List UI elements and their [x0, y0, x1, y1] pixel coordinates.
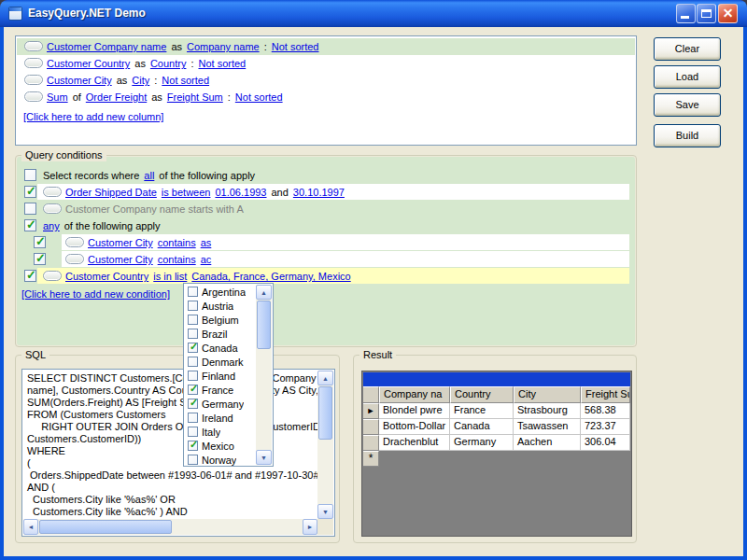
clear-button[interactable]: Clear	[654, 37, 721, 61]
condition-row[interactable]: Order Shipped Date is between 01.06.1993…	[17, 184, 635, 201]
minimize-button[interactable]	[676, 4, 696, 23]
country-checkbox[interactable]	[188, 441, 198, 451]
condition-handle-icon[interactable]	[43, 203, 62, 214]
country-checkbox[interactable]	[188, 413, 198, 423]
column-handle-icon[interactable]	[24, 41, 43, 51]
country-option[interactable]: Brazil	[185, 327, 256, 341]
cell-country[interactable]: France	[450, 403, 514, 419]
country-checkbox[interactable]	[188, 357, 198, 367]
column-sort-link[interactable]: Not sorted	[198, 58, 246, 69]
grid-data-row[interactable]: Drachenblut Germany Aachen 306.04	[363, 435, 630, 451]
column-row[interactable]: Sum of Order Freight as Freight Sum : No…	[17, 89, 635, 105]
add-condition-link[interactable]: [Click here to add new condition]	[21, 288, 170, 300]
maximize-button[interactable]	[697, 4, 716, 23]
condition-operator-link[interactable]: contains	[158, 237, 196, 248]
condition-root-row[interactable]: Select records where all of the followin…	[17, 167, 635, 184]
column-handle-icon[interactable]	[24, 58, 43, 68]
sql-horizontal-scrollbar[interactable]: ◄ ►	[23, 519, 317, 535]
country-checkbox[interactable]	[188, 371, 198, 381]
country-checkbox[interactable]	[188, 399, 198, 409]
country-checkbox[interactable]	[188, 287, 198, 297]
country-checkbox[interactable]	[188, 301, 198, 311]
column-alias-link[interactable]: Country	[150, 58, 187, 69]
add-column-link[interactable]: [Click here to add new column]	[23, 111, 163, 122]
condition-field-link[interactable]: Customer Country	[65, 271, 148, 282]
scroll-down-icon[interactable]: ▼	[317, 504, 333, 519]
cell-city[interactable]: Strasbourg	[514, 403, 581, 419]
condition-field-link[interactable]: Order Shipped Date	[65, 187, 157, 198]
column-row[interactable]: Customer Country as Country : Not sorted	[17, 55, 635, 72]
condition-row-disabled[interactable]: Customer Company name starts with A	[17, 201, 635, 217]
condition-all-any-link[interactable]: all	[144, 170, 154, 181]
cell-company[interactable]: Drachenblut	[379, 435, 450, 451]
condition-value-link[interactable]: Canada, France, Germany, Mexico	[191, 271, 350, 282]
scroll-right-icon[interactable]: ►	[303, 519, 317, 535]
cell-freight[interactable]: 568.38	[581, 403, 630, 419]
condition-enabled-checkbox[interactable]	[24, 219, 36, 231]
condition-enabled-checkbox[interactable]	[34, 253, 46, 265]
country-option[interactable]: Mexico	[185, 439, 256, 453]
country-option[interactable]: France	[185, 383, 256, 397]
condition-group-row[interactable]: any of the following apply	[17, 217, 635, 234]
country-option[interactable]: Belgium	[185, 313, 256, 327]
column-sort-link[interactable]: Not sorted	[162, 75, 209, 86]
sql-vertical-scrollbar[interactable]: ▲ ▼	[317, 371, 333, 519]
cell-freight[interactable]: 306.04	[581, 435, 630, 451]
row-selector[interactable]	[363, 435, 379, 451]
country-option[interactable]: Italy	[185, 425, 256, 439]
scroll-up-icon[interactable]: ▲	[317, 371, 333, 385]
column-sort-link[interactable]: Not sorted	[235, 91, 283, 103]
condition-field-link[interactable]: Customer City	[88, 237, 153, 248]
condition-row[interactable]: Customer City contains as	[17, 234, 635, 251]
condition-enabled-checkbox[interactable]	[34, 236, 46, 248]
column-alias-link[interactable]: Company name	[187, 41, 260, 52]
grid-data-row[interactable]: Bottom-Dollar Canada Tsawassen 723.37	[363, 419, 630, 435]
condition-handle-icon[interactable]	[65, 254, 84, 264]
country-checkbox[interactable]	[188, 455, 198, 465]
condition-value-link[interactable]: ac	[201, 254, 212, 265]
scrollbar-thumb[interactable]	[39, 520, 172, 534]
condition-row-active[interactable]: Customer Country is in list Canada, Fran…	[17, 268, 635, 285]
country-option[interactable]: Argentina	[185, 285, 256, 299]
cell-country[interactable]: Germany	[450, 435, 514, 451]
column-header[interactable]: Company na	[379, 386, 450, 403]
country-checkbox[interactable]	[188, 315, 198, 325]
grid-data-row[interactable]: ► Blondel pwre France Strasbourg 568.38	[363, 403, 630, 419]
scroll-left-icon[interactable]: ◄	[23, 519, 38, 535]
country-option[interactable]: Canada	[185, 341, 256, 355]
cell-company[interactable]: Blondel pwre	[379, 403, 450, 419]
column-expression-link[interactable]: Customer Country	[47, 58, 130, 69]
save-button[interactable]: Save	[654, 93, 721, 117]
country-checkbox[interactable]	[188, 343, 198, 353]
column-handle-icon[interactable]	[24, 91, 43, 102]
country-checkbox[interactable]	[188, 329, 198, 339]
country-option[interactable]: Ireland	[185, 411, 256, 425]
cell-city[interactable]: Tsawassen	[514, 419, 581, 435]
country-checkbox[interactable]	[188, 385, 198, 395]
country-checkbox[interactable]	[188, 427, 198, 437]
column-function-link[interactable]: Sum	[47, 91, 68, 103]
result-grid[interactable]: Company na Country City Freight Sum ► Bl…	[361, 371, 632, 537]
condition-enabled-checkbox[interactable]	[24, 186, 36, 198]
dropdown-scrollbar[interactable]: ▲ ▼	[256, 285, 272, 465]
column-expression-link[interactable]: Customer Company name	[47, 41, 166, 52]
scrollbar-thumb[interactable]	[257, 301, 271, 349]
country-option[interactable]: Austria	[185, 299, 256, 313]
cell-country[interactable]: Canada	[450, 419, 514, 435]
column-header[interactable]: City	[514, 386, 581, 403]
condition-value-link[interactable]: 30.10.1997	[293, 187, 345, 198]
cell-city[interactable]: Aachen	[514, 435, 581, 451]
country-option[interactable]: Norway	[185, 453, 256, 467]
condition-operator-link[interactable]: is between	[162, 187, 211, 198]
condition-enabled-checkbox[interactable]	[24, 169, 36, 181]
column-row[interactable]: Customer Company name as Company name : …	[17, 38, 635, 55]
condition-handle-icon[interactable]	[43, 187, 62, 197]
column-header[interactable]: Country	[450, 386, 514, 403]
condition-operator-link[interactable]: is in list	[153, 271, 187, 282]
condition-operator-link[interactable]: contains	[158, 254, 196, 265]
sql-textarea[interactable]: SELECT DISTINCT Customers.[Company name]…	[21, 369, 335, 537]
scroll-up-icon[interactable]: ▲	[256, 285, 272, 300]
condition-row[interactable]: Customer City contains ac	[17, 251, 635, 268]
condition-value-link[interactable]: 01.06.1993	[215, 187, 266, 198]
scroll-down-icon[interactable]: ▼	[256, 450, 272, 465]
